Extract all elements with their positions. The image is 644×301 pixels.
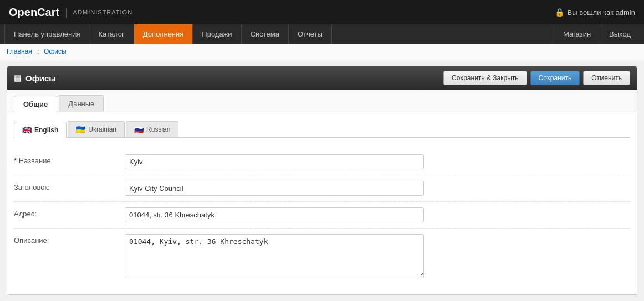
field-address — [125, 207, 630, 222]
nav-item-addons[interactable]: Дополнения — [134, 24, 193, 44]
tab-lang-english[interactable]: 🇬🇧 English — [14, 122, 67, 138]
panel: ▤ Офисы Сохранить & Закрыть Сохранить От… — [7, 66, 637, 295]
panel-title-text: Офисы — [25, 74, 56, 83]
header-divider: | — [65, 7, 68, 18]
panel-actions: Сохранить & Закрыть Сохранить Отменить — [443, 71, 630, 85]
breadcrumb: Главная :: Офисы — [0, 44, 644, 59]
nav-item-logout[interactable]: Выход — [600, 24, 640, 44]
user-text: Вы вошли как admin — [568, 8, 635, 17]
form-group-description: Описание: — [14, 229, 630, 286]
nav-item-sales[interactable]: Продажи — [193, 24, 241, 44]
input-name[interactable] — [125, 154, 424, 169]
breadcrumb-sep: :: — [36, 48, 40, 55]
header: OpenCart | ADMINISTRATION 🔒 Вы вошли как… — [0, 0, 644, 24]
tab-lang-russian[interactable]: 🇷🇺 Russian — [126, 121, 178, 137]
field-name — [125, 154, 630, 169]
tab-lang-english-label: English — [34, 126, 58, 134]
nav-item-store[interactable]: Магазин — [554, 24, 600, 44]
save-close-button[interactable]: Сохранить & Закрыть — [443, 71, 527, 85]
form-group-title: Заголовок: — [14, 175, 630, 202]
panel-title: ▤ Офисы — [14, 74, 56, 83]
tab-lang-russian-label: Russian — [146, 126, 170, 133]
nav-right: Магазин Выход — [554, 24, 640, 44]
outer-tabs: Общие Данные — [7, 90, 637, 112]
field-title — [125, 181, 630, 196]
tab-content: 🇬🇧 English 🇺🇦 Ukrainian 🇷🇺 Russian Назва… — [7, 112, 637, 294]
brand: OpenCart | ADMINISTRATION — [9, 6, 132, 19]
header-user: 🔒 Вы вошли как admin — [555, 8, 635, 17]
page-content: ▤ Офисы Сохранить & Закрыть Сохранить От… — [0, 59, 644, 301]
flag-ukrainian: 🇺🇦 — [76, 125, 85, 134]
flag-english: 🇬🇧 — [22, 126, 32, 134]
form-group-name: Название: — [14, 149, 630, 175]
breadcrumb-home[interactable]: Главная — [7, 48, 32, 55]
lock-icon: 🔒 — [555, 8, 564, 17]
input-address[interactable] — [125, 207, 424, 222]
panel-icon: ▤ — [14, 74, 21, 82]
label-description: Описание: — [14, 234, 125, 245]
tab-lang-ukrainian-label: Ukrainian — [88, 126, 116, 133]
nav-item-system[interactable]: Система — [242, 24, 289, 44]
label-name: Название: — [14, 154, 125, 165]
field-description — [125, 234, 630, 280]
form-group-address: Адрес: — [14, 202, 630, 229]
tab-lang-ukrainian[interactable]: 🇺🇦 Ukrainian — [68, 121, 125, 137]
main-nav: Панель управления Каталог Дополнения Про… — [0, 24, 644, 44]
tab-data[interactable]: Данные — [59, 95, 104, 112]
save-button[interactable]: Сохранить — [530, 71, 580, 85]
lang-tabs: 🇬🇧 English 🇺🇦 Ukrainian 🇷🇺 Russian — [14, 121, 630, 138]
label-address: Адрес: — [14, 207, 125, 218]
nav-item-reports[interactable]: Отчеты — [289, 24, 332, 44]
label-title: Заголовок: — [14, 181, 125, 191]
breadcrumb-offices[interactable]: Офисы — [44, 48, 67, 55]
nav-item-dashboard[interactable]: Панель управления — [4, 24, 89, 44]
input-description[interactable] — [125, 234, 424, 278]
panel-header: ▤ Офисы Сохранить & Закрыть Сохранить От… — [7, 66, 637, 90]
tab-general[interactable]: Общие — [14, 96, 57, 112]
logo: OpenCart — [9, 6, 59, 19]
nav-left: Панель управления Каталог Дополнения Про… — [4, 24, 332, 44]
flag-russian: 🇷🇺 — [134, 125, 144, 134]
input-title[interactable] — [125, 181, 424, 196]
cancel-button[interactable]: Отменить — [583, 71, 630, 85]
admin-label: ADMINISTRATION — [73, 9, 132, 15]
nav-item-catalog[interactable]: Каталог — [89, 24, 134, 44]
